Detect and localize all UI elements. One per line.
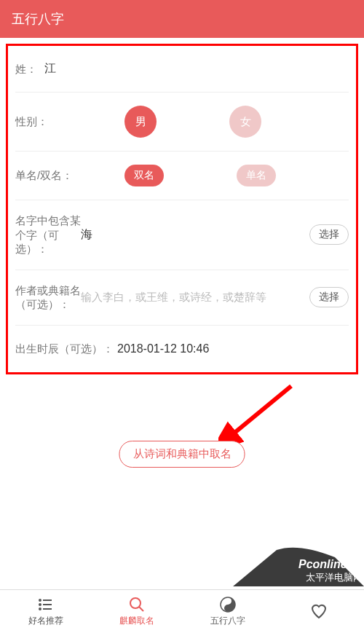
- generate-name-button[interactable]: 从诗词和典籍中取名: [119, 441, 245, 468]
- tab-qilin[interactable]: 麒麟取名: [91, 590, 182, 633]
- form-container: 姓： 江 性别： 男 女 单名/双名： 双名 单名 名字中包含某个字（可选）： …: [6, 44, 358, 374]
- tab-wuxing[interactable]: 五行八字: [182, 590, 273, 633]
- nametype-label: 单名/双名：: [15, 168, 81, 183]
- surname-value[interactable]: 江: [44, 61, 349, 76]
- author-select-button[interactable]: 选择: [309, 287, 349, 307]
- author-label: 作者或典籍名（可选）：: [15, 283, 81, 312]
- svg-point-10: [226, 600, 229, 602]
- tab-label: 好名推荐: [28, 615, 63, 627]
- containchar-label: 名字中包含某个字（可选）：: [15, 213, 81, 256]
- gender-row: 性别： 男 女: [15, 93, 349, 152]
- page-title: 五行八字: [12, 12, 64, 26]
- gender-male-button[interactable]: 男: [124, 106, 157, 138]
- watermark-text2: 太平洋电脑网: [306, 572, 363, 583]
- heart-icon: [310, 602, 328, 620]
- watermark-text1: Pconline: [298, 558, 347, 570]
- tab-label: 麒麟取名: [119, 615, 154, 627]
- svg-line-8: [139, 607, 143, 611]
- gender-label: 性别：: [15, 114, 81, 129]
- author-row: 作者或典籍名（可选）： 输入李白，或王维，或诗经，或楚辞等 选择: [15, 270, 349, 326]
- author-placeholder[interactable]: 输入李白，或王维，或诗经，或楚辞等: [81, 291, 309, 304]
- svg-point-4: [39, 599, 41, 601]
- yinyang-icon: [219, 596, 237, 613]
- nametype-single-button[interactable]: 单名: [237, 165, 276, 186]
- svg-point-5: [39, 604, 41, 605]
- gender-female-button[interactable]: 女: [229, 106, 261, 138]
- svg-line-0: [229, 386, 291, 437]
- nametype-options: 双名 单名: [81, 165, 349, 186]
- birth-value[interactable]: 2018-01-12 10:46: [117, 342, 349, 355]
- nametype-row: 单名/双名： 双名 单名: [15, 152, 349, 200]
- containchar-select-button[interactable]: 选择: [309, 224, 349, 245]
- tab-favorite[interactable]: [273, 590, 364, 633]
- gender-options: 男 女: [81, 106, 349, 138]
- surname-row: 姓： 江: [15, 46, 349, 93]
- svg-point-6: [39, 608, 41, 610]
- header: 五行八字: [0, 0, 364, 38]
- birth-label: 出生时辰（可选）：: [15, 342, 117, 356]
- svg-point-11: [226, 608, 229, 610]
- tab-bar: 好名推荐 麒麟取名 五行八字: [0, 589, 364, 633]
- containchar-row: 名字中包含某个字（可选）： 海 选择: [15, 200, 349, 270]
- birth-row: 出生时辰（可选）： 2018-01-12 10:46: [15, 326, 349, 372]
- surname-label: 姓：: [15, 62, 44, 76]
- svg-point-7: [130, 598, 141, 608]
- list-icon: [37, 596, 55, 613]
- tab-recommend[interactable]: 好名推荐: [0, 590, 91, 633]
- nametype-double-button[interactable]: 双名: [124, 165, 164, 186]
- search-icon: [128, 596, 146, 613]
- tab-label: 五行八字: [210, 615, 245, 627]
- watermark-text1b: .com.cn: [346, 563, 364, 570]
- watermark: Pconline .com.cn 太平洋电脑网: [233, 543, 364, 589]
- containchar-value[interactable]: 海: [81, 227, 309, 243]
